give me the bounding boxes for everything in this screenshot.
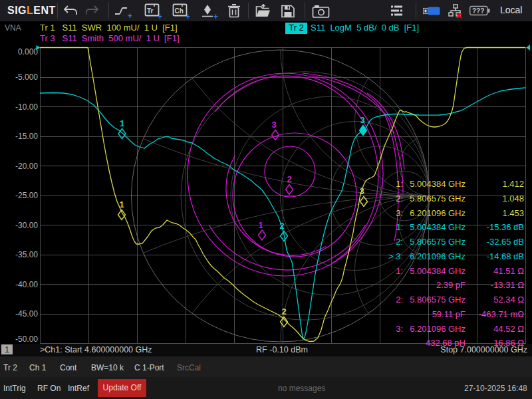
svg-text:-15.00: -15.00 <box>15 132 38 141</box>
svg-text:RF -0.10 dBm: RF -0.10 dBm <box>256 345 308 354</box>
svg-text:1: 1 <box>120 118 124 128</box>
svg-text:3: 3 <box>271 120 276 130</box>
svg-text:2.39 pF: 2.39 pF <box>436 280 466 290</box>
svg-text:1:: 1: <box>396 179 403 189</box>
svg-text:1:: 1: <box>396 266 403 276</box>
svg-text:2: 2 <box>287 174 291 184</box>
svg-text:1.048: 1.048 <box>502 194 524 203</box>
svg-text:1: 1 <box>119 200 124 209</box>
svg-text:-35.00: -35.00 <box>15 250 38 259</box>
svg-text:>Ch1: Start 4.600000000 GHz: >Ch1: Start 4.600000000 GHz <box>40 345 152 354</box>
svg-text:5.004384 GHz: 5.004384 GHz <box>410 266 466 276</box>
svg-text:Stop 7.000000000 GHz: Stop 7.000000000 GHz <box>440 345 527 354</box>
svg-text:-15.36 dB: -15.36 dB <box>487 222 524 232</box>
svg-text:6.201096 GHz: 6.201096 GHz <box>410 251 466 261</box>
svg-text:-463.71 mΩ: -463.71 mΩ <box>479 309 525 319</box>
svg-text:2:: 2: <box>396 295 403 305</box>
svg-text:41.51 Ω: 41.51 Ω <box>493 266 524 276</box>
svg-text:-45.00: -45.00 <box>15 309 38 319</box>
svg-text:-5.000: -5.000 <box>15 72 38 82</box>
svg-text:3: 3 <box>359 186 364 196</box>
svg-text:5.004384 GHz: 5.004384 GHz <box>410 222 466 232</box>
svg-text:-14.68 dB: -14.68 dB <box>487 251 524 261</box>
svg-text:-13.31 Ω: -13.31 Ω <box>491 280 524 290</box>
svg-text:1: 1 <box>258 220 263 230</box>
svg-text:1: 1 <box>5 345 9 354</box>
svg-text:5.806575 GHz: 5.806575 GHz <box>410 194 466 203</box>
svg-text:-40.00: -40.00 <box>15 280 38 289</box>
svg-text:-25.00: -25.00 <box>15 191 38 200</box>
svg-text:2: 2 <box>279 221 284 231</box>
svg-text:-50.00: -50.00 <box>15 334 38 344</box>
svg-text:5.004384 GHz: 5.004384 GHz <box>410 179 466 189</box>
svg-text:-30.00: -30.00 <box>15 221 38 230</box>
svg-text:6.201096 GHz: 6.201096 GHz <box>410 324 466 334</box>
svg-text:-20.00: -20.00 <box>15 162 38 171</box>
svg-text:-32.65 dB: -32.65 dB <box>487 237 524 247</box>
svg-text:5.806575 GHz: 5.806575 GHz <box>410 237 466 247</box>
svg-text:1.453: 1.453 <box>502 208 524 218</box>
svg-text:5.806575 GHz: 5.806575 GHz <box>410 295 466 305</box>
svg-text:1:: 1: <box>396 222 403 232</box>
svg-text:52.34 Ω: 52.34 Ω <box>493 295 524 305</box>
svg-text:> 3:: > 3: <box>388 251 403 261</box>
svg-text:44.52 Ω: 44.52 Ω <box>493 324 524 334</box>
svg-text:-10.00: -10.00 <box>15 102 38 112</box>
svg-text:3:: 3: <box>396 208 403 218</box>
svg-text:6.201096 GHz: 6.201096 GHz <box>410 208 466 218</box>
svg-text:1.412: 1.412 <box>502 179 524 189</box>
svg-text:3:: 3: <box>396 324 403 334</box>
svg-text:2: 2 <box>281 307 286 317</box>
svg-text:3: 3 <box>360 115 364 125</box>
svg-text:2:: 2: <box>396 237 403 247</box>
svg-text:0.000: 0.000 <box>18 47 38 57</box>
svg-text:59.11 pF: 59.11 pF <box>432 309 466 319</box>
svg-text:2:: 2: <box>396 194 403 203</box>
